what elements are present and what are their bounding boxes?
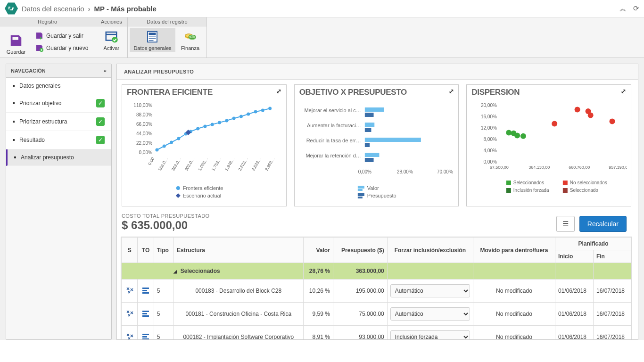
- svg-text:0,00: 0,00: [147, 156, 155, 166]
- svg-text:660.760,00: 660.760,00: [569, 165, 590, 170]
- svg-text:No seleccionados: No seleccionados: [570, 180, 607, 185]
- svg-rect-95: [142, 288, 149, 289]
- form-icon: [145, 29, 160, 44]
- sidebar-item-0[interactable]: Datos generales: [6, 78, 111, 94]
- cell-tipo: 5: [154, 303, 173, 326]
- sidebar-item-3[interactable]: Resultado✓: [6, 131, 111, 149]
- save-new-icon: [36, 44, 43, 52]
- svg-text:1.753…: 1.753…: [211, 156, 222, 172]
- finance-button[interactable]: $ Finanza: [176, 28, 205, 52]
- svg-text:903.0…: 903.0…: [184, 156, 195, 172]
- to-icon[interactable]: [138, 303, 154, 326]
- save-new-button[interactable]: Guardar y nuevo: [33, 42, 91, 54]
- svg-text:67.500,00: 67.500,00: [490, 165, 509, 170]
- col-inicio[interactable]: Inicio: [555, 250, 593, 263]
- svg-rect-101: [142, 334, 149, 335]
- col-fin[interactable]: Fin: [593, 250, 631, 263]
- collapse-icon[interactable]: ︽: [619, 4, 627, 13]
- svg-rect-54: [365, 138, 421, 142]
- sidebar: NAVEGACIÓN « Datos generalesPriorizar ob…: [6, 64, 112, 340]
- s-icon[interactable]: [122, 303, 138, 326]
- svg-rect-62: [358, 186, 364, 189]
- cell-movido: No modificado: [473, 326, 555, 340]
- cell-valor: 9,59 %: [303, 303, 333, 326]
- collapse-sidebar-icon[interactable]: «: [104, 68, 107, 74]
- cell-estructura: 000182 - Implantación Software Corporati…: [173, 326, 303, 340]
- refresh-icon[interactable]: ⟳: [633, 4, 639, 13]
- cell-presupuesto: 75.000,00: [333, 303, 387, 326]
- col-s[interactable]: S: [122, 238, 138, 263]
- sidebar-item-label: Datos generales: [19, 82, 60, 89]
- cell-movido: No modificado: [473, 303, 555, 326]
- expand-icon[interactable]: ⤢: [621, 88, 626, 97]
- svg-point-78: [506, 130, 512, 136]
- svg-point-82: [552, 121, 557, 126]
- svg-text:363.0…: 363.0…: [171, 156, 182, 172]
- svg-text:364.130,00: 364.130,00: [529, 165, 550, 170]
- forzar-select[interactable]: AutomáticoInclusión forzadaExclusión for…: [390, 284, 470, 297]
- svg-text:20,00%: 20,00%: [481, 103, 497, 108]
- save-label: Guardar: [7, 49, 25, 55]
- cell-tipo: 5: [154, 326, 173, 340]
- svg-text:2.628…: 2.628…: [237, 156, 248, 172]
- group-row[interactable]: ◢ Seleccionados28,76 %363.000,00: [122, 263, 632, 280]
- svg-text:44,00%: 44,00%: [136, 131, 152, 136]
- svg-text:28,00%: 28,00%: [397, 169, 413, 174]
- cell-inicio: 01/06/2018: [555, 280, 593, 303]
- cell-forzar[interactable]: AutomáticoInclusión forzadaExclusión for…: [387, 280, 473, 303]
- cell-forzar[interactable]: AutomáticoInclusión forzadaExclusión for…: [387, 326, 473, 340]
- col-forzar[interactable]: Forzar inclusión/exclusión: [387, 238, 473, 263]
- table-row: 5000182 - Implantación Software Corporat…: [122, 326, 632, 340]
- s-icon[interactable]: [122, 280, 138, 303]
- svg-text:0,00%: 0,00%: [484, 159, 497, 165]
- col-valor[interactable]: Valor: [303, 238, 333, 263]
- cell-inicio: 01/06/2018: [555, 303, 593, 326]
- cell-estructura: 000181 - Construcion Oficina - Costa Ric…: [173, 303, 303, 326]
- svg-text:Presupuesto: Presupuesto: [367, 193, 396, 198]
- col-movido[interactable]: Movido para dentro/fuera: [473, 238, 555, 263]
- money-icon: $: [183, 29, 198, 44]
- svg-point-86: [610, 119, 615, 124]
- col-to[interactable]: TO: [138, 238, 154, 263]
- col-estructura[interactable]: Estructura: [173, 238, 303, 263]
- svg-rect-48: [365, 107, 384, 112]
- general-data-button[interactable]: Datos generales: [130, 28, 175, 52]
- recalculate-button[interactable]: Recalcular: [579, 216, 627, 232]
- breadcrumb-current: MP - Más probable: [94, 5, 157, 13]
- svg-text:1.098…: 1.098…: [197, 156, 208, 172]
- save-exit-label: Guardar y salir: [46, 33, 83, 39]
- col-planificado[interactable]: Planificado: [555, 238, 631, 250]
- chevron-right-icon: ›: [88, 5, 91, 13]
- list-view-button[interactable]: ☰: [556, 216, 575, 232]
- sidebar-item-1[interactable]: Priorizar objetivo✓: [6, 94, 111, 113]
- cell-valor: 8,91 %: [303, 326, 333, 340]
- forzar-select[interactable]: AutomáticoInclusión forzadaExclusión for…: [390, 330, 470, 339]
- to-icon[interactable]: [138, 326, 154, 340]
- budget-value: $ 635.000,00: [122, 219, 209, 232]
- activate-button[interactable]: Activar: [97, 28, 125, 52]
- to-icon[interactable]: [138, 280, 154, 303]
- svg-rect-96: [142, 290, 147, 291]
- forzar-select[interactable]: AutomáticoInclusión forzadaExclusión for…: [390, 307, 470, 321]
- svg-text:70,00%: 70,00%: [437, 169, 453, 174]
- content-title: ANALIZAR PRESUPUESTO: [117, 64, 638, 80]
- col-tipo[interactable]: Tipo: [154, 238, 173, 263]
- save-exit-button[interactable]: Guardar y salir: [33, 30, 91, 41]
- svg-rect-66: [358, 197, 363, 198]
- col-presupuesto[interactable]: Presupuesto ($): [333, 238, 387, 263]
- s-icon[interactable]: [122, 326, 138, 340]
- cell-forzar[interactable]: AutomáticoInclusión forzadaExclusión for…: [387, 303, 473, 326]
- cell-tipo: 5: [154, 280, 173, 303]
- sidebar-item-4[interactable]: Analizar presupuesto: [6, 149, 111, 166]
- svg-rect-93: [563, 188, 568, 193]
- check-icon: ✓: [96, 136, 105, 144]
- svg-text:Reducir la tasa de err…: Reducir la tasa de err…: [306, 138, 361, 143]
- sidebar-item-2[interactable]: Priorizar estructura✓: [6, 113, 111, 131]
- svg-rect-51: [365, 123, 374, 127]
- expand-icon[interactable]: ⤢: [449, 88, 454, 97]
- breadcrumb-prev[interactable]: Datos del escenario: [22, 5, 84, 13]
- save-button[interactable]: Guardar: [2, 28, 30, 56]
- chart-dispersion: DISPERSION ⤢ 20,00%16,00%12,00%8,00%4,00…: [466, 84, 631, 206]
- expand-icon[interactable]: ⤢: [276, 88, 281, 97]
- breadcrumb: Datos del escenario › MP - Más probable: [5, 2, 157, 15]
